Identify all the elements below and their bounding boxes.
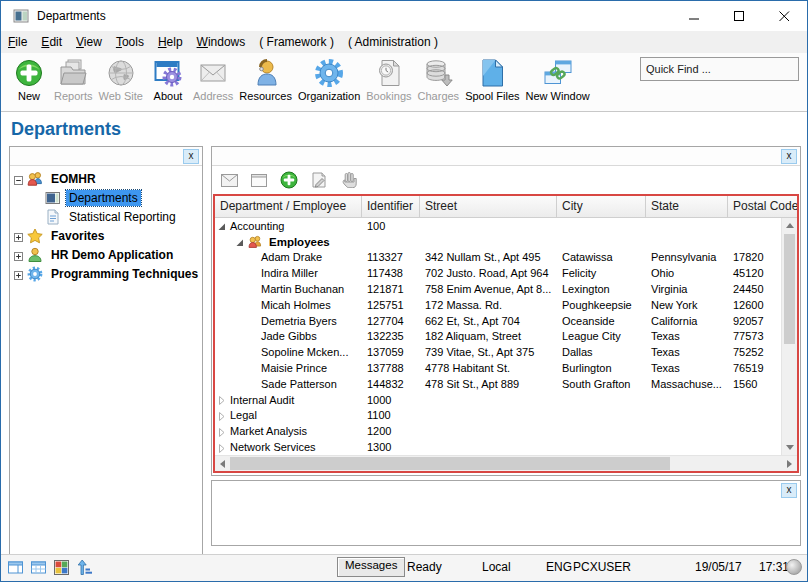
toolbar-button-label: About bbox=[154, 90, 183, 102]
window-list-icon[interactable] bbox=[7, 559, 24, 576]
cell-postal: 92057 bbox=[728, 315, 781, 327]
color-chart-icon[interactable] bbox=[53, 559, 70, 576]
maximize-button[interactable] bbox=[717, 1, 762, 31]
title-bar: Departments bbox=[1, 1, 807, 31]
cell-state: Virginia bbox=[646, 283, 728, 295]
collapse-icon[interactable] bbox=[14, 174, 23, 183]
scroll-down-icon[interactable] bbox=[782, 440, 797, 455]
menu-item-view[interactable]: View bbox=[69, 32, 109, 52]
grid-row-market-analysis[interactable]: Market Analysis1200 bbox=[215, 423, 781, 439]
tree-item-departments[interactable]: Departments bbox=[10, 188, 202, 207]
row-name: Sopoline Mcken... bbox=[257, 346, 348, 358]
add-icon[interactable] bbox=[280, 171, 298, 189]
menu-item-help[interactable]: Help bbox=[151, 32, 190, 52]
cell-state: Pennsylvania bbox=[646, 251, 728, 263]
row-expand-icon[interactable] bbox=[217, 443, 226, 452]
grid-row-jade-gibbs[interactable]: Jade Gibbs132235182 Aliquam, StreetLeagu… bbox=[215, 329, 781, 345]
column-header-identifier[interactable]: Identifier bbox=[362, 196, 420, 217]
spool-files-button[interactable]: Spool Files bbox=[462, 53, 522, 105]
page-title-area: Departments bbox=[1, 113, 807, 146]
row-name: Demetria Byers bbox=[257, 315, 337, 327]
horizontal-scroll-thumb[interactable] bbox=[230, 457, 670, 470]
charges-icon bbox=[422, 57, 454, 89]
about-button[interactable]: About bbox=[146, 53, 190, 105]
grid-row-maisie-prince[interactable]: Maisie Prince1377884778 Habitant St.Burl… bbox=[215, 360, 781, 376]
grid-row-adam-drake[interactable]: Adam Drake113327342 Nullam St., Apt 495C… bbox=[215, 250, 781, 266]
column-header-state[interactable]: State bbox=[646, 196, 728, 217]
messages-panel-close-button[interactable]: x bbox=[781, 483, 797, 498]
expand-icon[interactable] bbox=[14, 269, 23, 278]
grid-view-icon[interactable] bbox=[30, 559, 47, 576]
resources-icon bbox=[250, 57, 282, 89]
row-collapse-icon[interactable] bbox=[235, 237, 244, 246]
row-expand-icon[interactable] bbox=[217, 411, 226, 420]
status-time: 17:31 bbox=[759, 560, 789, 574]
scroll-left-icon[interactable] bbox=[215, 460, 230, 468]
menu-item-tools[interactable]: Tools bbox=[109, 32, 151, 52]
tree-item-eomhr[interactable]: EOMHR bbox=[10, 169, 202, 188]
scroll-up-icon[interactable] bbox=[782, 218, 797, 233]
grid-row-sade-patterson[interactable]: Sade Patterson144832478 Sit St., Apt 889… bbox=[215, 376, 781, 392]
column-header-city[interactable]: City bbox=[557, 196, 646, 217]
resources-button[interactable]: Resources bbox=[236, 53, 295, 105]
vertical-scroll-thumb[interactable] bbox=[784, 234, 795, 344]
grid-row-internal-audit[interactable]: Internal Audit1000 bbox=[215, 392, 781, 408]
menu-item-edit[interactable]: Edit bbox=[34, 32, 69, 52]
column-header-postal-code[interactable]: Postal Code bbox=[728, 196, 797, 217]
grid-row-micah-holmes[interactable]: Micah Holmes125751172 Massa. Rd.Poughkee… bbox=[215, 297, 781, 313]
navigation-panel-close-button[interactable]: x bbox=[183, 149, 199, 164]
vertical-scrollbar[interactable] bbox=[781, 218, 797, 455]
grid-row-sopoline-mcken[interactable]: Sopoline Mcken...137059739 Vitae, St., A… bbox=[215, 344, 781, 360]
expand-icon[interactable] bbox=[14, 250, 23, 259]
charges-button: Charges bbox=[415, 53, 463, 105]
sort-icon[interactable] bbox=[76, 559, 93, 576]
scroll-right-icon[interactable] bbox=[782, 460, 797, 468]
minimize-button[interactable] bbox=[672, 1, 717, 31]
grid-row-martin-buchanan[interactable]: Martin Buchanan121871758 Enim Avenue, Ap… bbox=[215, 281, 781, 297]
organization-button[interactable]: Organization bbox=[295, 53, 363, 105]
messages-button[interactable]: Messages bbox=[337, 557, 405, 577]
cell-identifier: 1100 bbox=[362, 409, 420, 421]
grid-row-legal[interactable]: Legal1100 bbox=[215, 408, 781, 424]
grid-row-accounting[interactable]: Accounting100 bbox=[215, 218, 781, 234]
row-collapse-icon[interactable] bbox=[217, 221, 226, 230]
tree-item-hr-demo-application[interactable]: HR Demo Application bbox=[10, 245, 202, 264]
column-header-department-employee[interactable]: Department / Employee bbox=[215, 196, 362, 217]
bookings-icon bbox=[373, 57, 405, 89]
cell-state: Texas bbox=[646, 362, 728, 374]
menu-item-framework[interactable]: ( Framework ) bbox=[252, 32, 341, 52]
close-button[interactable] bbox=[762, 1, 807, 31]
toolbar-button-label: Web Site bbox=[99, 90, 143, 102]
grid-row-network-services[interactable]: Network Services1300 bbox=[215, 439, 781, 455]
quick-find-input[interactable]: Quick Find ... bbox=[640, 57, 799, 81]
grid-row-demetria-byers[interactable]: Demetria Byers127704662 Et, St., Apt 704… bbox=[215, 313, 781, 329]
tree-item-programming-techniques[interactable]: Programming Techniques bbox=[10, 264, 202, 283]
grid-row-employees[interactable]: Employees bbox=[215, 234, 781, 250]
address-icon bbox=[197, 57, 229, 89]
departments-detail-panel: x Department / EmployeeIdentifierStreetC… bbox=[211, 146, 801, 476]
cell-identifier: 117438 bbox=[362, 267, 420, 279]
menu-item-windows[interactable]: Windows bbox=[190, 32, 253, 52]
column-header-street[interactable]: Street bbox=[420, 196, 557, 217]
cell-city: Poughkeepsie bbox=[557, 299, 646, 311]
cell-street: 4778 Habitant St. bbox=[420, 362, 557, 374]
tree-item-statistical-reporting[interactable]: Statistical Reporting bbox=[10, 207, 202, 226]
row-expand-icon[interactable] bbox=[217, 427, 226, 436]
row-name: Market Analysis bbox=[226, 425, 307, 437]
grid-header-row: Department / EmployeeIdentifierStreetCit… bbox=[215, 196, 797, 218]
report-icon bbox=[45, 209, 61, 225]
person-icon bbox=[27, 247, 43, 263]
row-expand-icon[interactable] bbox=[217, 395, 226, 404]
detail-panel-close-button[interactable]: x bbox=[781, 149, 797, 164]
expand-icon[interactable] bbox=[14, 231, 23, 240]
reports-button: Reports bbox=[51, 53, 96, 105]
cell-city: League City bbox=[557, 330, 646, 342]
new-button[interactable]: New bbox=[7, 53, 51, 105]
horizontal-scrollbar[interactable] bbox=[215, 455, 797, 471]
new-window-button[interactable]: New Window bbox=[523, 53, 593, 105]
tree-item-favorites[interactable]: Favorites bbox=[10, 226, 202, 245]
grid-row-indira-miller[interactable]: Indira Miller117438702 Justo. Road, Apt … bbox=[215, 265, 781, 281]
menu-item-administration[interactable]: ( Administration ) bbox=[341, 32, 445, 52]
row-name: Sade Patterson bbox=[257, 378, 337, 390]
menu-item-file[interactable]: File bbox=[1, 32, 34, 52]
